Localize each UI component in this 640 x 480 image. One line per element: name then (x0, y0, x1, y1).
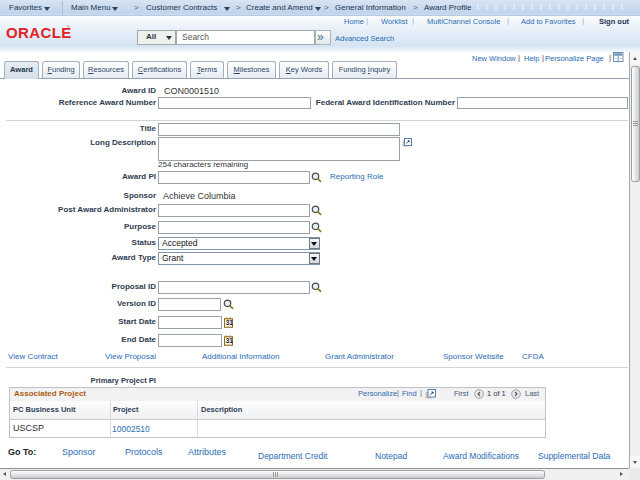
svg-text:31: 31 (226, 319, 233, 326)
svg-text:31: 31 (226, 337, 233, 344)
